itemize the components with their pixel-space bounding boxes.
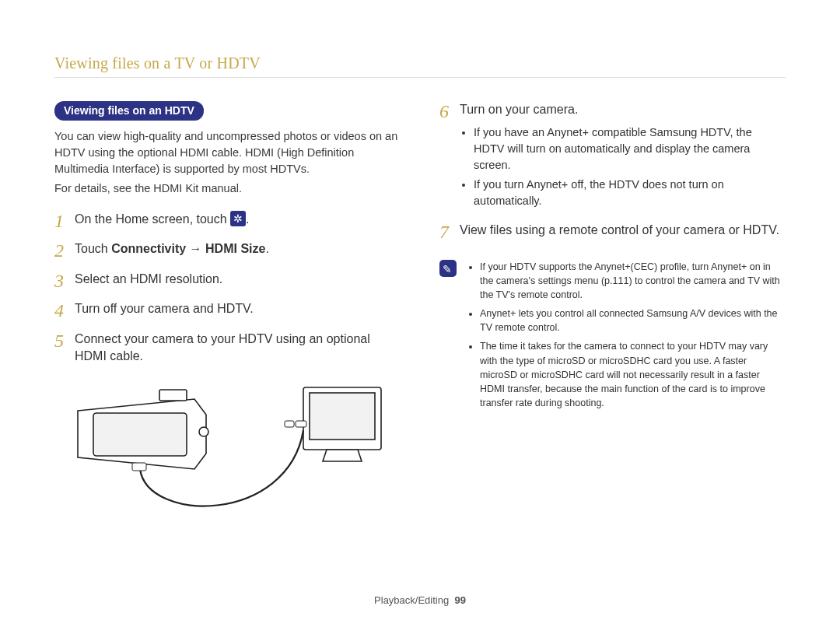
step-7: 7 View files using a remote control of y… xyxy=(439,222,786,242)
svg-point-2 xyxy=(199,427,208,436)
right-column: 6 Turn on your camera. If you have an An… xyxy=(439,101,786,531)
step-text: Select an HDMI resolution. xyxy=(75,271,222,288)
page-number: 99 xyxy=(454,594,465,606)
step-number: 6 xyxy=(439,101,460,121)
note-item: If your HDTV supports the Anynet+(CEC) p… xyxy=(480,260,786,302)
step-text: Turn on your camera. xyxy=(460,103,578,116)
step-5: 5 Connect your camera to your HDTV using… xyxy=(54,331,401,366)
note-item: The time it takes for the camera to conn… xyxy=(480,339,786,410)
step-number: 7 xyxy=(439,222,460,242)
step-2: 2 Touch Connectivity → HDMI Size. xyxy=(54,240,401,261)
section-heading-pill: Viewing files on an HDTV xyxy=(54,101,204,121)
step-text: Turn off your camera and HDTV. xyxy=(75,300,254,317)
note-icon xyxy=(439,260,457,277)
step-text-tail: . xyxy=(265,242,268,255)
page-title: Viewing files on a TV or HDTV xyxy=(54,54,786,78)
svg-rect-6 xyxy=(285,421,294,427)
step-text: Touch xyxy=(75,242,111,255)
settings-icon xyxy=(230,211,246,226)
footer-section: Playback/Editing xyxy=(374,594,449,606)
step-number: 5 xyxy=(54,331,75,351)
page-footer: Playback/Editing 99 xyxy=(0,594,840,606)
step-text: Connect your camera to your HDTV using a… xyxy=(75,331,401,366)
step-text: On the Home screen, touch xyxy=(75,212,227,226)
step-text-tail: . xyxy=(246,212,249,226)
svg-rect-7 xyxy=(132,463,146,471)
step-4: 4 Turn off your camera and HDTV. xyxy=(54,300,401,321)
step-number: 2 xyxy=(54,240,75,261)
bullet-item: If you turn Anynet+ off, the HDTV does n… xyxy=(474,177,786,209)
step-1: 1 On the Home screen, touch . xyxy=(54,211,401,231)
camera-to-tv-diagram xyxy=(54,376,401,531)
note-item: Anynet+ lets you control all connected S… xyxy=(480,306,786,335)
two-column-layout: Viewing files on an HDTV You can view hi… xyxy=(54,101,786,531)
note-callout: If your HDTV supports the Anynet+(CEC) p… xyxy=(439,260,786,415)
step-number: 4 xyxy=(54,300,75,321)
step-text: View files using a remote control of you… xyxy=(460,222,779,239)
svg-rect-4 xyxy=(310,393,375,440)
left-column: Viewing files on an HDTV You can view hi… xyxy=(54,101,401,531)
svg-rect-5 xyxy=(296,421,306,427)
step-bold-text: Connectivity → HDMI Size xyxy=(111,242,265,255)
intro-paragraph-2: For details, see the HDMI Kit manual. xyxy=(54,180,401,197)
step-number: 1 xyxy=(54,211,75,231)
intro-paragraph-1: You can view high-quality and uncompress… xyxy=(54,128,401,177)
steps-list-left: 1 On the Home screen, touch . 2 Touch Co… xyxy=(54,211,401,365)
svg-rect-1 xyxy=(159,390,187,401)
steps-list-right: 6 Turn on your camera. If you have an An… xyxy=(439,101,786,243)
step-3: 3 Select an HDMI resolution. xyxy=(54,271,401,291)
note-list: If your HDTV supports the Anynet+(CEC) p… xyxy=(467,260,786,415)
step-number: 3 xyxy=(54,271,75,291)
document-page: Viewing files on a TV or HDTV Viewing fi… xyxy=(0,0,840,531)
bullet-item: If you have an Anynet+ compatible Samsun… xyxy=(474,124,786,173)
step-6: 6 Turn on your camera. If you have an An… xyxy=(439,101,786,212)
svg-rect-0 xyxy=(93,413,187,456)
connection-illustration xyxy=(54,376,389,531)
step-6-bullets: If you have an Anynet+ compatible Samsun… xyxy=(474,124,786,209)
